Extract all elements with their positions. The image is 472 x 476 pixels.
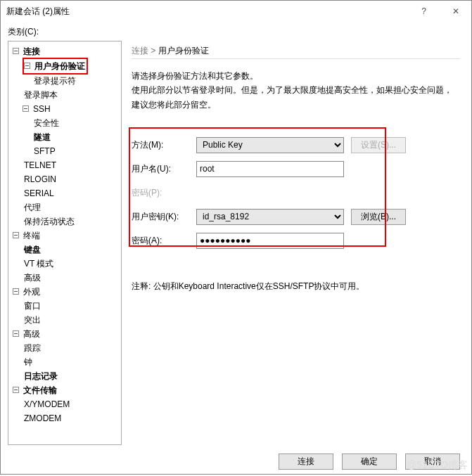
tree-xymodem[interactable]: X/YMODEM xyxy=(23,399,71,409)
method-select[interactable]: Public Key xyxy=(196,137,344,153)
username-input[interactable] xyxy=(196,161,344,177)
tree-proxy[interactable]: 代理 xyxy=(23,202,42,212)
help-button[interactable]: ? xyxy=(408,1,440,22)
collapse-icon[interactable] xyxy=(24,63,30,69)
tree-terminal[interactable]: 终端 xyxy=(22,231,42,240)
tree-sftp[interactable]: SFTP xyxy=(32,146,57,156)
note-text: 注释: 公钥和Keyboard Interactive仅在SSH/SFTP协议中… xyxy=(132,281,460,292)
connect-button[interactable]: 连接 xyxy=(279,454,333,470)
content-panel: 连接 > 用户身份验证 请选择身份验证方法和其它参数。 使用此部分以节省登录时间… xyxy=(127,41,464,445)
window-title: 新建会话 (2)属性 xyxy=(6,6,408,18)
tree-connection[interactable]: 连接 xyxy=(22,46,42,56)
passphrase-input[interactable] xyxy=(196,233,344,249)
browse-button[interactable]: 浏览(B)... xyxy=(351,209,406,225)
tree-login-script[interactable]: 登录脚本 xyxy=(23,90,59,100)
username-label: 用户名(U): xyxy=(132,163,196,175)
collapse-icon[interactable] xyxy=(13,330,19,337)
breadcrumb: 连接 > 用户身份验证 xyxy=(132,44,460,59)
tree-advanced[interactable]: 高级 xyxy=(22,329,42,339)
tree-logging[interactable]: 日志记录 xyxy=(23,371,59,381)
tree-security[interactable]: 安全性 xyxy=(32,118,60,128)
collapse-icon[interactable] xyxy=(23,105,29,112)
ok-button[interactable]: 确定 xyxy=(342,454,397,470)
tree-ssh[interactable]: SSH xyxy=(32,104,52,114)
footer-buttons: 连接 确定 取消 xyxy=(8,445,464,470)
crumb-parent: 连接 xyxy=(132,46,148,56)
collapse-icon[interactable] xyxy=(13,232,19,238)
category-label: 类别(C): xyxy=(8,26,464,38)
tree-telnet[interactable]: TELNET xyxy=(23,160,58,170)
userkey-label: 用户密钥(K): xyxy=(132,211,196,223)
tree-zmodem[interactable]: ZMODEM xyxy=(23,413,63,423)
collapse-icon[interactable] xyxy=(13,387,19,393)
setup-button[interactable]: 设置(S)... xyxy=(351,137,406,153)
tree-rlogin[interactable]: RLOGIN xyxy=(23,174,58,184)
tree-window[interactable]: 窗口 xyxy=(23,301,42,311)
tree-trace[interactable]: 跟踪 xyxy=(23,343,42,353)
tree-tunnel[interactable]: 隧道 xyxy=(32,132,52,142)
collapse-icon[interactable] xyxy=(13,48,19,54)
tree-keepalive[interactable]: 保持活动状态 xyxy=(23,217,76,226)
cancel-button[interactable]: 取消 xyxy=(405,454,460,470)
userkey-select[interactable]: id_rsa_8192 xyxy=(196,209,344,225)
tree-highlight[interactable]: 突出 xyxy=(23,315,42,325)
tree-keyboard[interactable]: 键盘 xyxy=(23,245,42,255)
tree-advanced-term[interactable]: 高级 xyxy=(23,273,42,283)
passphrase-label: 密码(A): xyxy=(132,235,196,247)
method-label: 方法(M): xyxy=(132,139,196,151)
collapse-icon[interactable] xyxy=(13,288,19,295)
tree-vtmode[interactable]: VT 模式 xyxy=(23,259,55,269)
tree-serial[interactable]: SERIAL xyxy=(23,188,56,198)
tree-filetransfer[interactable]: 文件传输 xyxy=(22,385,58,395)
description: 请选择身份验证方法和其它参数。 使用此部分以节省登录时间。但是，为了最大限度地提… xyxy=(132,69,460,112)
tree-bell[interactable]: 钟 xyxy=(23,357,34,367)
close-button[interactable]: ✕ xyxy=(440,1,471,22)
crumb-current: 用户身份验证 xyxy=(158,46,209,56)
titlebar: 新建会话 (2)属性 ? ✕ xyxy=(1,1,471,22)
tree-appearance[interactable]: 外观 xyxy=(22,287,42,297)
tree-user-auth[interactable]: 用户身份验证 xyxy=(33,61,87,71)
password-label: 密码(P): xyxy=(132,187,196,199)
category-tree[interactable]: 连接 用户身份验证 登录提示符 登录脚本 SSH 安全性 隧道 xyxy=(8,41,122,445)
tree-login-prompt[interactable]: 登录提示符 xyxy=(32,76,77,86)
